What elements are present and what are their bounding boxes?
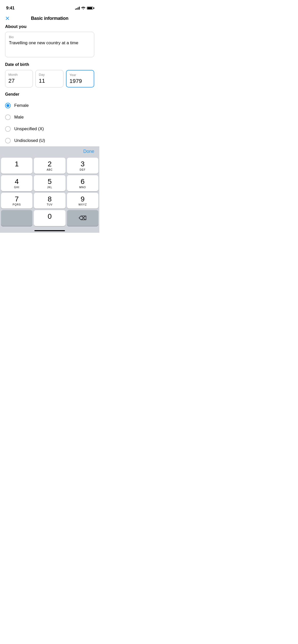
wifi-icon bbox=[81, 6, 85, 10]
key-1[interactable]: 1 bbox=[1, 158, 32, 174]
year-value: 1979 bbox=[70, 78, 91, 84]
done-button[interactable]: Done bbox=[83, 149, 94, 154]
key-empty-left bbox=[1, 210, 32, 226]
gender-option-male[interactable]: Male bbox=[5, 111, 94, 123]
gender-section: Gender Female Male Unspecified (X) Undis… bbox=[5, 92, 94, 147]
key-2[interactable]: 2 ABC bbox=[34, 158, 65, 174]
key-5-number: 5 bbox=[48, 178, 52, 186]
key-8-number: 8 bbox=[48, 195, 52, 203]
key-2-letters: ABC bbox=[47, 168, 53, 171]
key-9[interactable]: 9 WXYZ bbox=[67, 193, 98, 209]
year-label: Year bbox=[70, 73, 91, 77]
delete-key[interactable]: ⌫ bbox=[67, 210, 98, 226]
radio-undisclosed bbox=[5, 138, 11, 143]
radio-male bbox=[5, 114, 11, 120]
signal-icon bbox=[75, 7, 80, 10]
key-0-letters bbox=[49, 221, 50, 224]
day-label: Day bbox=[39, 73, 60, 77]
gender-option-undisclosed[interactable]: Undisclosed (U) bbox=[5, 135, 94, 147]
status-icons bbox=[75, 6, 93, 10]
year-field[interactable]: Year 1979 bbox=[66, 70, 94, 87]
key-3-letters: DEF bbox=[80, 168, 86, 171]
content-area: About you Bio Travelling one new country… bbox=[0, 24, 99, 147]
bio-value: Travelling one new country at a time bbox=[9, 40, 90, 46]
key-6-letters: MNO bbox=[79, 186, 86, 189]
key-6[interactable]: 6 MNO bbox=[67, 175, 98, 191]
home-bar bbox=[34, 230, 65, 231]
date-of-birth-section: Date of birth Month 27 Day 11 Year 1979 bbox=[5, 62, 94, 87]
key-9-number: 9 bbox=[81, 195, 85, 203]
month-field[interactable]: Month 27 bbox=[5, 70, 33, 87]
key-0[interactable]: 0 bbox=[34, 210, 65, 226]
key-4[interactable]: 4 GHI bbox=[1, 175, 32, 191]
about-you-label: About you bbox=[5, 24, 94, 29]
female-label: Female bbox=[14, 103, 29, 108]
key-9-letters: WXYZ bbox=[78, 203, 87, 206]
day-field[interactable]: Day 11 bbox=[35, 70, 63, 87]
radio-inner-female bbox=[6, 104, 9, 107]
male-label: Male bbox=[14, 115, 24, 120]
bio-label: Bio bbox=[9, 35, 90, 39]
header: ✕ Basic information bbox=[0, 13, 99, 24]
close-button[interactable]: ✕ bbox=[5, 15, 10, 22]
month-value: 27 bbox=[8, 78, 30, 84]
key-1-letters bbox=[16, 168, 17, 171]
gender-section-label: Gender bbox=[5, 92, 94, 97]
key-3-number: 3 bbox=[81, 160, 85, 168]
page-title: Basic information bbox=[31, 16, 69, 21]
key-4-letters: GHI bbox=[14, 186, 19, 189]
month-label: Month bbox=[8, 73, 30, 77]
unspecified-label: Unspecified (X) bbox=[14, 126, 44, 131]
key-5[interactable]: 5 JKL bbox=[34, 175, 65, 191]
delete-icon: ⌫ bbox=[79, 215, 87, 222]
battery-icon bbox=[87, 7, 93, 10]
key-6-number: 6 bbox=[81, 178, 85, 186]
home-indicator bbox=[0, 228, 99, 233]
key-7[interactable]: 7 PQRS bbox=[1, 193, 32, 209]
gender-option-unspecified[interactable]: Unspecified (X) bbox=[5, 123, 94, 135]
key-1-number: 1 bbox=[15, 160, 19, 168]
day-value: 11 bbox=[39, 78, 60, 84]
key-8[interactable]: 8 TUV bbox=[34, 193, 65, 209]
key-3[interactable]: 3 DEF bbox=[67, 158, 98, 174]
radio-female bbox=[5, 103, 11, 108]
radio-unspecified bbox=[5, 126, 11, 132]
key-2-number: 2 bbox=[48, 160, 52, 168]
about-you-section: About you Bio Travelling one new country… bbox=[5, 24, 94, 57]
undisclosed-label: Undisclosed (U) bbox=[14, 138, 45, 143]
status-bar: 9:41 bbox=[0, 0, 99, 13]
key-7-number: 7 bbox=[15, 195, 19, 203]
key-7-letters: PQRS bbox=[12, 203, 21, 206]
dob-fields: Month 27 Day 11 Year 1979 bbox=[5, 70, 94, 87]
key-5-letters: JKL bbox=[47, 186, 52, 189]
bio-field[interactable]: Bio Travelling one new country at a time bbox=[5, 32, 94, 57]
gender-option-female[interactable]: Female bbox=[5, 100, 94, 111]
numeric-keyboard: 1 2 ABC 3 DEF 4 GHI 5 JKL 6 MNO 7 PQRS 8… bbox=[0, 156, 99, 228]
key-4-number: 4 bbox=[15, 178, 19, 186]
key-8-letters: TUV bbox=[47, 203, 52, 206]
key-0-number: 0 bbox=[48, 213, 52, 221]
dob-section-label: Date of birth bbox=[5, 62, 94, 67]
keyboard-toolbar: Done bbox=[0, 147, 99, 156]
status-time: 9:41 bbox=[6, 6, 15, 11]
